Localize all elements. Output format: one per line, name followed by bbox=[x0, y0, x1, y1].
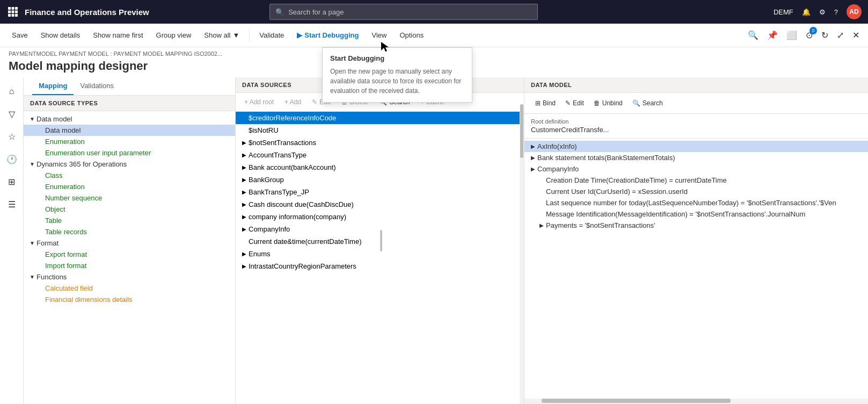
toolbar: Save Show details Show name first Group … bbox=[0, 24, 868, 47]
tree-item-data-model[interactable]: Data model bbox=[24, 125, 235, 136]
nav-history-icon[interactable]: 🕐 bbox=[2, 149, 21, 169]
show-details-button[interactable]: Show details bbox=[35, 29, 86, 41]
tree-item-enum-user-input[interactable]: Enumeration user input parameter bbox=[24, 147, 235, 158]
dm-item-payments[interactable]: ▶ Payments = '$notSentTransactions' bbox=[524, 220, 868, 231]
svg-rect-0 bbox=[8, 7, 11, 10]
add-button[interactable]: + Add bbox=[280, 96, 305, 108]
debug-icon: ▶ bbox=[297, 31, 302, 39]
tree-item-format[interactable]: ▼ Format bbox=[24, 237, 235, 249]
dm-item-axinfo[interactable]: ▶ AxInfo(xInfo) bbox=[524, 141, 868, 152]
ds-item-acctrans[interactable]: ▶ AccountTransType bbox=[236, 149, 524, 161]
validate-button[interactable]: Validate bbox=[254, 29, 289, 41]
options-button[interactable]: Options bbox=[394, 29, 429, 41]
ds-item-bankaccount[interactable]: ▶ Bank account(bankAccount) bbox=[236, 161, 524, 174]
nav-filter-icon[interactable]: ▽ bbox=[2, 104, 21, 124]
tree-item-enumeration[interactable]: Enumeration bbox=[24, 136, 235, 147]
search-icon: 🔍 bbox=[275, 8, 284, 16]
group-view-button[interactable]: Group view bbox=[151, 29, 197, 41]
ds-item-isnotru[interactable]: $isNotRU bbox=[236, 124, 524, 136]
tree-item-numseq[interactable]: Number sequence bbox=[24, 192, 235, 204]
dm-edit-label: Edit bbox=[573, 99, 584, 107]
dm-search-button[interactable]: 🔍 Search bbox=[628, 97, 667, 109]
root-def-value: CustomerCreditTransfe... bbox=[531, 126, 862, 134]
tab-mapping[interactable]: Mapping bbox=[32, 77, 74, 95]
separator bbox=[249, 29, 250, 42]
show-name-first-button[interactable]: Show name first bbox=[87, 29, 148, 41]
dm-item-bankstatement[interactable]: ▶ Bank statement totals(BankStatementTot… bbox=[524, 152, 868, 163]
ds-item-notsent[interactable]: ▶ $notSentTransactions bbox=[236, 136, 524, 149]
pin-icon[interactable]: 📌 bbox=[765, 28, 780, 42]
tree-item-calculated-field[interactable]: Calculated field bbox=[24, 283, 235, 294]
global-search[interactable]: 🔍 Search for a page bbox=[269, 4, 538, 20]
ds-item-cashdisc[interactable]: ▶ Cash discount due(CashDiscDue) bbox=[236, 198, 524, 211]
tree-item-table[interactable]: Table bbox=[24, 215, 235, 226]
apps-grid-icon[interactable] bbox=[6, 5, 19, 18]
tree-item-fin-dim[interactable]: Financial dimensions details bbox=[24, 294, 235, 305]
avatar[interactable]: AD bbox=[847, 4, 862, 19]
tree-item-functions[interactable]: ▼ Functions bbox=[24, 271, 235, 283]
ds-item-banktrans[interactable]: ▶ BankTransType_JP bbox=[236, 186, 524, 198]
ds-list: $creditorReferenceInfoCode $isNotRU ▶ $n… bbox=[236, 112, 524, 404]
unbind-button[interactable]: 🗑 Unbind bbox=[589, 97, 627, 109]
notifications-icon[interactable]: 🔔 bbox=[802, 8, 811, 16]
ds-scrollbar[interactable] bbox=[520, 104, 524, 404]
dm-item-companyinfo[interactable]: ▶ CompanyInfo bbox=[524, 163, 868, 175]
view-button[interactable]: View bbox=[366, 29, 392, 41]
ds-item-company[interactable]: ▶ company information(company) bbox=[236, 211, 524, 223]
toolbar-right: 🔍 📌 ⬜ ⊙ 0 ↻ ⤢ ✕ bbox=[746, 28, 862, 42]
start-debugging-label: Start Debugging bbox=[304, 31, 359, 39]
expand-icon[interactable]: ⬜ bbox=[784, 28, 799, 42]
svg-rect-7 bbox=[12, 14, 14, 17]
data-sources-panel: DATA SOURCES + Add root + Add ✎ Edit 🗑 D… bbox=[236, 77, 524, 404]
add-root-button[interactable]: + Add root bbox=[240, 96, 278, 108]
user-id: DEMF bbox=[774, 8, 793, 16]
show-all-button[interactable]: Show all ▼ bbox=[199, 29, 245, 41]
svg-rect-5 bbox=[15, 11, 18, 13]
tree-item-table-records[interactable]: Table records bbox=[24, 226, 235, 237]
svg-rect-1 bbox=[12, 7, 14, 10]
tree-item-d365[interactable]: ▼ Dynamics 365 for Operations bbox=[24, 158, 235, 170]
dm-edit-button[interactable]: ✎ Edit bbox=[561, 97, 588, 109]
popout-icon[interactable]: ⤢ bbox=[835, 28, 846, 42]
ds-item-bankgroup[interactable]: ▶ BankGroup bbox=[236, 174, 524, 186]
search-icon: 🔍 bbox=[632, 99, 640, 107]
tree-item-object[interactable]: Object bbox=[24, 204, 235, 215]
nav-home-icon[interactable]: ⌂ bbox=[2, 82, 21, 101]
tree-item-export-format[interactable]: Export format bbox=[24, 249, 235, 260]
tree-item-enum-d365[interactable]: Enumeration bbox=[24, 181, 235, 192]
dm-tree: ▶ AxInfo(xInfo) ▶ Bank statement totals(… bbox=[524, 139, 868, 399]
dm-item-current-user[interactable]: Current User Id(CurUserId) = xSession.us… bbox=[524, 186, 868, 197]
bind-label: Bind bbox=[543, 99, 556, 107]
nav-list-icon[interactable]: ☰ bbox=[2, 194, 21, 214]
start-debugging-button[interactable]: ▶ Start Debugging bbox=[291, 29, 364, 41]
badge-container: ⊙ 0 bbox=[804, 28, 815, 42]
chevron-down-icon: ▼ bbox=[28, 240, 37, 246]
dm-item-last-seq[interactable]: Last sequence number for today(LastSeque… bbox=[524, 197, 868, 208]
dm-item-creation-date[interactable]: Creation Date Time(CreationDateTime) = c… bbox=[524, 175, 868, 186]
bind-button[interactable]: ⊞ Bind bbox=[531, 97, 560, 109]
refresh-icon[interactable]: ↻ bbox=[819, 28, 830, 42]
data-model-panel: DATA MODEL ⊞ Bind ✎ Edit 🗑 Unbind 🔍 Sear… bbox=[524, 77, 868, 404]
unbind-icon: 🗑 bbox=[594, 99, 600, 107]
ds-scrollthumb bbox=[520, 104, 523, 158]
save-button[interactable]: Save bbox=[6, 29, 33, 41]
start-debugging-tooltip: Start Debugging Open the new page to man… bbox=[322, 47, 472, 103]
tree-item-import-format[interactable]: Import format bbox=[24, 260, 235, 271]
tab-validations[interactable]: Validations bbox=[74, 77, 120, 95]
tree-item-data-model-root[interactable]: ▼ Data model bbox=[24, 113, 235, 125]
ds-item-creditor[interactable]: $creditorReferenceInfoCode bbox=[236, 112, 524, 124]
nav-star-icon[interactable]: ☆ bbox=[2, 127, 21, 146]
chevron-down-icon: ▼ bbox=[232, 31, 239, 39]
search-toolbar-icon[interactable]: 🔍 bbox=[746, 28, 761, 42]
svg-rect-4 bbox=[12, 11, 14, 13]
close-icon[interactable]: ✕ bbox=[850, 28, 862, 42]
split-handle[interactable] bbox=[380, 230, 382, 251]
help-icon[interactable]: ? bbox=[834, 8, 838, 16]
nav-grid-icon[interactable]: ⊞ bbox=[2, 172, 21, 191]
ds-item-intrastat[interactable]: ▶ IntrastatCountryRegionParameters bbox=[236, 260, 524, 272]
dm-item-message-id[interactable]: Message Identification(MessageIdentifica… bbox=[524, 208, 868, 220]
dm-hscrollbar[interactable] bbox=[524, 399, 868, 404]
settings-icon[interactable]: ⚙ bbox=[819, 8, 826, 16]
top-bar: Finance and Operations Preview 🔍 Search … bbox=[0, 0, 868, 24]
tree-item-class[interactable]: Class bbox=[24, 170, 235, 181]
